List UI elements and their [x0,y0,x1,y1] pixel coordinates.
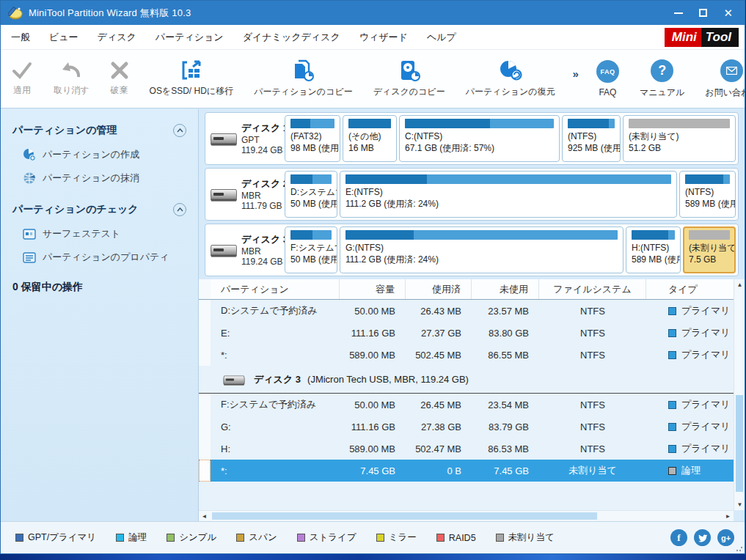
faq-icon: FAQ [596,60,619,83]
table-row[interactable]: D:システムで予約済み 50.00 MB 26.43 MB 23.57 MB N… [199,300,734,322]
col-type[interactable]: タイプ [646,279,734,299]
chevron-up-icon [177,128,183,133]
vertical-scroll-thumb[interactable] [736,395,743,492]
disk-group-header[interactable]: ディスク 3 (JMicron Tech USB, MBR, 119.24 GB… [199,366,734,394]
partition-block-f[interactable]: F:システムで 50 MB (使用 [285,226,337,273]
sidebar-item-create-partition[interactable]: パーティションの作成 [1,143,198,166]
partition-table: パーティション 容量 使用済 未使用 ファイルシステム タイプ D:システムで予… [199,279,734,510]
partition-block[interactable]: (NTFS) 589 MB (使用 [679,171,736,218]
window-title: MiniTool Partition Wizard 無料版 10.3 [29,7,674,20]
legend-span: スパン [236,531,277,544]
legend-bar: GPT/プライマリ 論理 シンプル スパン ストライプ ミラー RAID5 未 [1,521,745,553]
scroll-left-arrow[interactable]: ◄ [199,511,210,522]
disk-row-1: ディスク 1 GPT 119.24 GB (FAT32) 98 MB (使用 (… [205,112,739,165]
toolbar-overflow-button[interactable]: » [566,67,586,80]
primary-type-square [668,329,676,337]
contact-button[interactable]: お問い合わせ [695,50,746,108]
minitool-logo: Mini Tool [665,28,739,47]
app-window: MiniTool Partition Wizard 無料版 10.3 ✕ 一般 … [0,0,745,554]
toolbar: 適用 取り消す 破棄 OSをSSD/ HDに移行 [1,50,745,108]
col-unused[interactable]: 未使用 [472,279,539,299]
col-capacity[interactable]: 容量 [340,279,406,299]
disk-map-and-table: ディスク 1 GPT 119.24 GB (FAT32) 98 MB (使用 (… [199,109,745,521]
copy-partition-button[interactable]: パーティションのコピー [244,50,363,108]
legend-mirror: ミラー [376,531,417,544]
menu-bar: 一般 ビュー ディスク パーティション ダイナミックディスク ウィザード ヘルプ… [1,25,745,50]
partition-block-h[interactable]: H:(NTFS) 589 MB (使用 [626,226,681,273]
resize-grip[interactable] [736,545,743,552]
legend-gpt-primary: GPT/プライマリ [15,531,96,544]
usage-bar [345,230,618,240]
scroll-right-arrow[interactable]: ► [723,511,734,522]
undo-button[interactable]: 取り消す [43,50,100,108]
table-row[interactable]: H: 589.00 MB 502.47 MB 86.53 MB NTFS プライ… [199,438,734,460]
horizontal-scroll-thumb[interactable] [212,512,597,520]
table-row-selected[interactable]: *: 7.45 GB 0 B 7.45 GB 未割り当て 論理 [199,460,734,482]
discard-button[interactable]: 破棄 [100,50,139,108]
partition-block-c[interactable]: C:(NTFS) 67.1 GB (使用済: 57%) [399,115,560,162]
table-row[interactable]: E: 111.16 GB 27.37 GB 83.80 GB NTFS プライマ… [199,322,734,344]
apply-button[interactable]: 適用 [1,50,43,108]
menu-disk[interactable]: ディスク [98,31,136,44]
unallocated-block[interactable]: (未割り当て) 51.2 GB [623,115,736,162]
menu-help[interactable]: ヘルプ [427,31,456,44]
menu-general[interactable]: 一般 [11,31,30,44]
partition-block-e[interactable]: E:(NTFS) 111.2 GB (使用済: 24%) [340,171,677,218]
partition-block[interactable]: (その他) 16 MB [343,115,397,162]
manual-button[interactable]: ? マニュアル [629,50,695,108]
sidebar-item-wipe-partition[interactable]: パーティションの抹消 [1,166,198,190]
logo-mini: Mini [665,28,701,47]
maximize-button[interactable] [699,9,707,17]
collapse-section-button[interactable] [173,124,186,137]
faq-button[interactable]: FAQ FAQ [586,50,629,108]
sidebar-item-partition-properties[interactable]: パーティションのプロパティ [1,246,198,269]
recover-partition-button[interactable]: パーティションの復元 [456,50,566,108]
legend-square [297,534,305,542]
partition-block[interactable]: (NTFS) 925 MB (使用 [562,115,621,162]
scroll-up-arrow[interactable]: ▲ [734,279,745,290]
partition-block[interactable]: (FAT32) 98 MB (使用 [285,115,340,162]
menu-partition[interactable]: パーティション [156,31,224,44]
recover-partition-icon [498,59,523,81]
legend-raid5: RAID5 [436,533,476,543]
col-filesystem[interactable]: ファイルシステム [539,279,646,299]
collapse-section-button-2[interactable] [173,203,186,216]
disk3-info[interactable]: ディスク 3 MBR 119.24 GB [208,226,282,273]
table-row[interactable]: G: 111.16 GB 27.38 GB 83.79 GB NTFS プライマ… [199,416,734,438]
menu-wizard[interactable]: ウィザード [359,31,408,44]
wipe-partition-icon [23,172,36,185]
hdd-icon [211,133,237,144]
sidebar-item-surface-test[interactable]: サーフェステスト [1,222,198,246]
usage-bar [689,230,730,240]
primary-type-square [668,351,676,359]
horizontal-scrollbar[interactable]: ◄ ► [199,510,734,521]
legend-unallocated: 未割り当て [496,531,555,544]
minimize-button[interactable] [674,12,683,14]
partition-block-g[interactable]: G:(NTFS) 111.2 GB (使用済: 24%) [340,226,624,273]
disk1-info[interactable]: ディスク 1 GPT 119.24 GB [208,115,282,162]
menu-view[interactable]: ビュー [49,31,78,44]
table-row[interactable]: F:システムで予約済み 50.00 MB 26.45 MB 23.54 MB N… [199,394,734,416]
vertical-scrollbar[interactable]: ▲ ▼ [734,279,745,510]
x-icon [110,61,129,80]
table-row[interactable]: *: 589.00 MB 502.45 MB 86.55 MB NTFS プライ… [199,344,734,366]
section-partition-check: パーティションのチェック [12,203,139,216]
twitter-icon[interactable] [694,529,711,546]
scroll-down-arrow[interactable]: ▼ [734,499,745,510]
usage-bar [568,119,615,128]
migrate-os-button[interactable]: OSをSSD/ HDに移行 [139,50,244,108]
disk2-info[interactable]: ディスク 2 MBR 111.79 GB [208,171,282,218]
col-partition[interactable]: パーティション [211,279,340,299]
facebook-icon[interactable]: f [670,529,687,546]
menu-dynamic-disk[interactable]: ダイナミックディスク [243,31,340,44]
create-partition-icon [23,148,36,161]
primary-type-square [668,307,676,315]
copy-disk-button[interactable]: ディスクのコピー [363,50,456,108]
action-sidebar: パーティションの管理 パーティションの作成 パーティションの抹消 [1,109,199,521]
close-button[interactable]: ✕ [723,7,733,18]
partition-block-d[interactable]: D:システムで 50 MB (使用 [285,171,337,218]
google-plus-icon[interactable]: g+ [717,529,734,546]
col-used[interactable]: 使用済 [406,279,472,299]
chevron-up-icon [177,207,183,212]
unallocated-block-selected[interactable]: (未割り当て) 7.5 GB [683,226,736,273]
